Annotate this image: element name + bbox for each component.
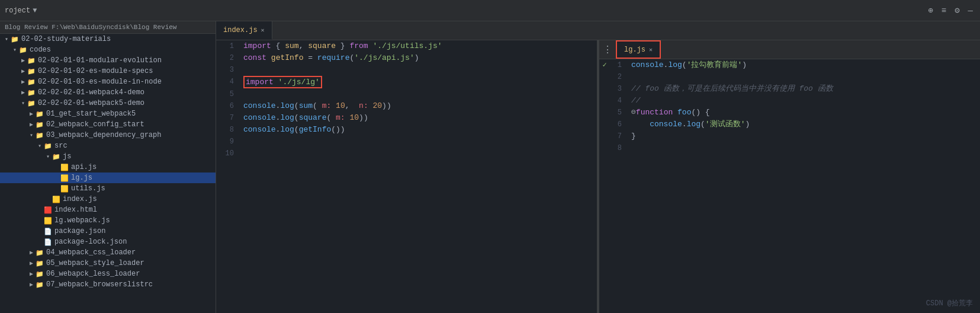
tab-close-icon[interactable]: ✕ xyxy=(261,27,265,34)
tree-item-es-module-specs[interactable]: ▶ 📁 02-02-01-02-es-module-specs xyxy=(0,66,216,76)
line-content: const getInfo = require('./js/api.js') xyxy=(241,52,597,64)
tree-item-index-js[interactable]: ▶ 🟨 index.js xyxy=(0,194,216,205)
tree-item-01-get-start[interactable]: ▶ 📁 01_get_start_webpack5 xyxy=(0,108,216,119)
tree-item-lg-webpack-js[interactable]: ▶ 🟨 lg.webpack.js xyxy=(0,215,216,226)
folder-icon: 📁 xyxy=(36,110,44,118)
line-number: 5 xyxy=(610,107,629,119)
tree-item-05-style-loader[interactable]: ▶ 📁 05_webpack_style_loader xyxy=(0,258,216,269)
tree-label: 02_webpack_config_start xyxy=(46,120,144,129)
line-content xyxy=(241,64,597,76)
tree-arrow: ▾ xyxy=(19,100,27,107)
right-pane-menu-icon[interactable]: ⋮ xyxy=(599,41,616,58)
right-code-line-7: 7 } xyxy=(599,130,980,142)
js-file-icon: 🟨 xyxy=(60,185,69,193)
tree-item-lg-js[interactable]: ▶ 🟨 lg.js xyxy=(0,173,216,183)
line-number: 7 xyxy=(216,112,241,124)
line-number: 8 xyxy=(610,142,629,154)
line-number: 2 xyxy=(610,71,629,83)
toolbar-minimize-icon[interactable]: — xyxy=(966,5,975,17)
code-line-2: 2 const getInfo = require('./js/api.js') xyxy=(216,52,597,64)
sidebar-header: Blog Review F:\Web\BaiduSyncdisk\Blog Re… xyxy=(0,21,216,34)
tree-item-07-browserslistrc[interactable]: ▶ 📁 07_webpack_browserslistrc xyxy=(0,279,216,290)
line-indicator-empty xyxy=(599,83,610,95)
tab-index-js[interactable]: index.js ✕ xyxy=(216,21,272,40)
left-tab-bar: index.js ✕ xyxy=(216,21,980,40)
tree-item-06-less-loader[interactable]: ▶ 📁 06_webapck_less_loader xyxy=(0,269,216,279)
line-content: console.log(getInfo()) xyxy=(241,124,597,136)
line-number: 9 xyxy=(216,136,241,148)
tree-item-04-css-loader[interactable]: ▶ 📁 04_webpack_css_loader xyxy=(0,247,216,258)
line-content xyxy=(241,148,597,159)
tree-item-02-02-study-materials[interactable]: ▾ 📁 02-02-study-materials xyxy=(0,34,216,44)
sidebar: Blog Review F:\Web\BaiduSyncdisk\Blog Re… xyxy=(0,21,216,313)
tree-item-src[interactable]: ▾ 📁 src xyxy=(0,140,216,151)
toolbar-add-icon[interactable]: ⊕ xyxy=(926,4,935,17)
tree-item-index-html[interactable]: ▶ 🟥 index.html xyxy=(0,205,216,215)
tree-item-package-json[interactable]: ▶ 📄 package.json xyxy=(0,226,216,237)
line-indicator-empty xyxy=(599,119,610,130)
right-code-scroll[interactable]: ✓ 1 console.log('拉勾教育前端') 2 3 // xyxy=(599,59,980,313)
folder-icon: 📁 xyxy=(44,142,52,150)
folder-icon: 📁 xyxy=(27,78,36,86)
tree-item-02-webpack-config[interactable]: ▶ 📁 02_webpack_config_start xyxy=(0,119,216,130)
tree-arrow: ▶ xyxy=(27,110,36,117)
tree-item-modular[interactable]: ▶ 📁 02-02-01-01-modular-evolution xyxy=(0,55,216,66)
editors-split: 1 import { sum, square } from './js/util… xyxy=(216,40,980,313)
tree-label: package.json xyxy=(54,227,105,235)
tree-arrow: ▶ xyxy=(27,281,36,288)
json-file-icon: 📄 xyxy=(44,238,52,246)
folder-icon: 📁 xyxy=(19,46,27,54)
code-line-5: 5 xyxy=(216,88,597,100)
tree-label: 02-02-study-materials xyxy=(21,35,111,43)
tree-item-03-dependency-graph[interactable]: ▾ 📁 03_webpack_dependency_graph xyxy=(0,130,216,140)
folder-icon: 📁 xyxy=(27,100,36,107)
tab-close-icon[interactable]: ✕ xyxy=(649,46,653,53)
tree-label: 03_webpack_dependency_graph xyxy=(46,131,161,139)
line-number: 10 xyxy=(216,148,241,159)
js-file-icon: 🟨 xyxy=(60,174,69,182)
tree-item-webpack4[interactable]: ▶ 📁 02-02-02-01-webpack4-demo xyxy=(0,87,216,98)
line-indicator-empty xyxy=(599,107,610,119)
tree-label: index.html xyxy=(54,206,97,214)
code-line-10: 10 xyxy=(216,148,597,159)
code-line-9: 9 xyxy=(216,136,597,148)
tab-lg-js[interactable]: lg.js ✕ xyxy=(616,40,661,59)
right-code-line-3: 3 // foo 函数，可是在后续代码当中并没有使用 foo 函数 xyxy=(599,83,980,95)
toolbar-settings-icon[interactable]: ⚙ xyxy=(952,4,962,17)
tree-item-package-lock-json[interactable]: ▶ 📄 package-lock.json xyxy=(0,237,216,247)
tree-item-es-module-node[interactable]: ▶ 📁 02-02-01-03-es-module-in-node xyxy=(0,76,216,87)
folder-icon: 📁 xyxy=(36,281,44,289)
line-number: 1 xyxy=(216,40,241,52)
line-content: console.log(sum( m: 10, n: 20)) xyxy=(241,100,597,112)
tree-arrow: ▶ xyxy=(27,260,36,267)
code-line-3: 3 xyxy=(216,64,597,76)
code-line-8: 8 console.log(getInfo()) xyxy=(216,124,597,136)
left-code-scroll[interactable]: 1 import { sum, square } from './js/util… xyxy=(216,40,597,313)
tree-item-webpack5[interactable]: ▾ 📁 02-02-02-01-webpack5-demo xyxy=(0,98,216,108)
tree-item-api-js[interactable]: ▶ 🟨 api.js xyxy=(0,162,216,173)
folder-icon: 📁 xyxy=(36,260,44,267)
line-content: console.log(square( m: 10)) xyxy=(241,112,597,124)
tree-label: lg.js xyxy=(71,174,92,182)
tree-label: 04_webpack_css_loader xyxy=(46,248,136,257)
watermark: CSDN @拾荒李 xyxy=(926,298,973,308)
line-content xyxy=(629,142,980,154)
tree-arrow: ▶ xyxy=(27,249,36,256)
line-number: 8 xyxy=(216,124,241,136)
tree-arrow: ▾ xyxy=(11,46,19,53)
json-file-icon: 📄 xyxy=(44,228,52,235)
tree-item-utils-js[interactable]: ▶ 🟨 utils.js xyxy=(0,183,216,194)
tab-label: index.js xyxy=(223,26,258,34)
tree-item-js-folder[interactable]: ▾ 📁 js xyxy=(0,151,216,162)
main-layout: Blog Review F:\Web\BaiduSyncdisk\Blog Re… xyxy=(0,21,980,313)
toolbar-list-icon[interactable]: ≡ xyxy=(939,5,949,17)
line-number: 6 xyxy=(216,100,241,112)
tree-arrow: ▾ xyxy=(27,132,36,139)
tree-label: 01_get_start_webpack5 xyxy=(46,110,136,118)
folder-icon: 📁 xyxy=(36,270,44,278)
tree-item-codes[interactable]: ▾ 📁 codes xyxy=(0,44,216,55)
line-content: } xyxy=(629,130,980,142)
line-indicator-empty xyxy=(599,142,610,154)
toolbar-project-label: roject ▼ xyxy=(5,7,37,15)
project-dropdown-arrow[interactable]: ▼ xyxy=(33,7,37,15)
